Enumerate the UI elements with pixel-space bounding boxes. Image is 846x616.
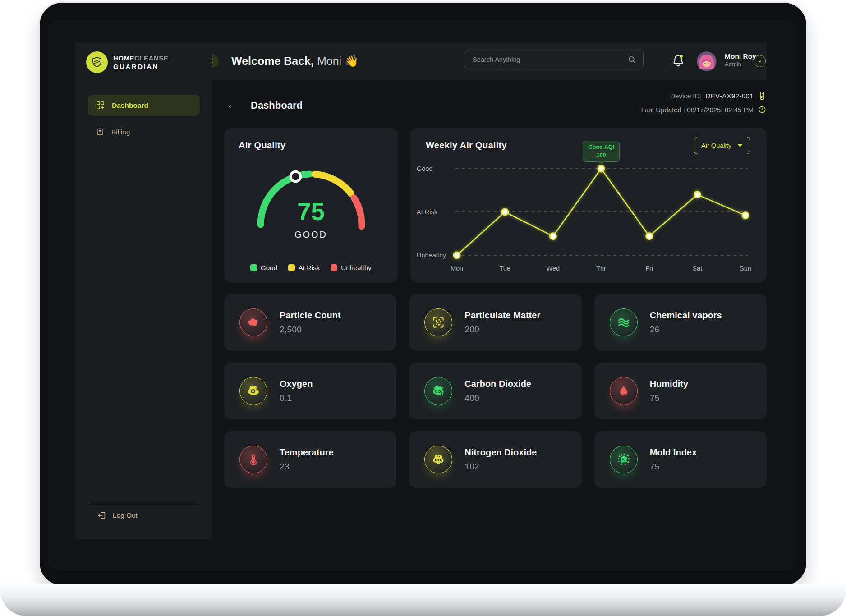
sidebar-item-dashboard[interactable]: Dashboard bbox=[88, 95, 200, 116]
particles-scan-icon bbox=[424, 308, 452, 336]
user-role: Admin bbox=[725, 61, 756, 69]
user-info: Moni Roy Admin bbox=[725, 52, 756, 69]
dropdown-caret-icon bbox=[737, 144, 743, 147]
thermometer-icon bbox=[239, 446, 267, 473]
metric-value: 102 bbox=[464, 462, 537, 472]
user-name: Moni Roy bbox=[725, 52, 756, 61]
laptop-base bbox=[0, 584, 846, 616]
billing-icon bbox=[96, 127, 105, 137]
logout-icon bbox=[97, 510, 107, 520]
air-quality-dropdown[interactable]: Air Quality bbox=[694, 137, 750, 154]
svg-text:Thr: Thr bbox=[596, 265, 606, 272]
sidebar-item-label: Billing bbox=[111, 128, 130, 136]
logout-button[interactable]: Log Out bbox=[97, 510, 138, 520]
search-box bbox=[464, 50, 644, 69]
sidebar-divider bbox=[88, 503, 200, 503]
metric-title: Particulate Matter bbox=[464, 310, 540, 321]
svg-text:NO: NO bbox=[435, 457, 441, 462]
svg-text:O: O bbox=[251, 388, 255, 395]
metric-card-chemical-vapors: Chemical vapors26 bbox=[594, 294, 767, 351]
brand-logo-icon bbox=[86, 51, 108, 73]
welcome-heading: Welcome Back, Moni 👋 bbox=[231, 55, 359, 68]
brand: HOMECLEANSE GUARDIAN bbox=[86, 51, 168, 73]
weekly-air-quality-card: GoodAt RiskUnhealthyMonTueWedThrFriSatSu… bbox=[410, 128, 767, 283]
metric-card-temperature: Temperature23 bbox=[224, 431, 396, 488]
air-quality-gauge-card: Air Quality 75 GOOD GoodAt RiskUnhealthy bbox=[224, 128, 398, 283]
metric-card-carbon-dioxide: CO2Carbon Dioxide400 bbox=[409, 363, 581, 419]
svg-text:Sat: Sat bbox=[692, 265, 702, 272]
metric-value: 2,500 bbox=[280, 325, 341, 335]
svg-text:Sun: Sun bbox=[740, 265, 751, 272]
bell-icon bbox=[671, 54, 685, 68]
metric-card-oxygen: O3Oxygen0.1 bbox=[224, 363, 396, 419]
device-id-value: DEV-AX92-001 bbox=[705, 92, 754, 100]
metric-card-particulate-matter: Particulate Matter200 bbox=[409, 294, 581, 351]
metric-value: 26 bbox=[650, 325, 722, 335]
metric-title: Temperature bbox=[280, 447, 334, 458]
app-window: Welcome Back, Moni 👋 bbox=[47, 20, 796, 571]
metric-title: Humidity bbox=[650, 379, 689, 389]
no2-cloud-icon: NO2 bbox=[424, 446, 452, 473]
dashboard-icon bbox=[96, 101, 105, 110]
metric-card-nitrogen-dioxide: NO2Nitrogen Dioxide102 bbox=[409, 431, 581, 488]
svg-text:2: 2 bbox=[441, 391, 443, 394]
chart-card-title: Weekly Air Quality bbox=[426, 140, 507, 151]
device-info: Device ID: DEV-AX92-001 Last Updated : 0… bbox=[641, 90, 767, 118]
chevron-down-icon bbox=[757, 59, 763, 64]
metric-title: Oxygen bbox=[280, 379, 313, 389]
notification-bell-button[interactable] bbox=[671, 54, 685, 68]
chart-tooltip: Good AQI 100 bbox=[583, 141, 620, 162]
sidebar-item-label: Dashboard bbox=[112, 101, 148, 110]
metric-value: 75 bbox=[650, 462, 697, 472]
device-id-label: Device ID: bbox=[670, 92, 701, 100]
avatar[interactable] bbox=[697, 51, 717, 71]
svg-text:CO: CO bbox=[435, 389, 441, 394]
back-button[interactable]: ← bbox=[225, 97, 240, 112]
svg-text:Mon: Mon bbox=[451, 265, 463, 272]
metric-value: 0.1 bbox=[280, 393, 313, 403]
search-input[interactable] bbox=[472, 55, 623, 64]
metric-value: 23 bbox=[280, 462, 334, 472]
svg-text:3: 3 bbox=[256, 387, 258, 391]
mold-icon bbox=[610, 446, 638, 473]
gauge-status: GOOD bbox=[224, 230, 398, 240]
search-icon[interactable] bbox=[627, 55, 637, 64]
metric-title: Chemical vapors bbox=[650, 310, 722, 321]
metric-value: 200 bbox=[464, 325, 540, 335]
metric-title: Particle Count bbox=[280, 310, 341, 321]
legend-swatch bbox=[250, 264, 257, 271]
clock-icon bbox=[758, 105, 767, 114]
metric-value: 75 bbox=[650, 393, 689, 403]
device-icon bbox=[758, 91, 767, 101]
dropdown-label: Air Quality bbox=[701, 142, 731, 149]
gauge-card-title: Air Quality bbox=[239, 140, 285, 151]
legend-item-unhealthy: Unhealthy bbox=[331, 264, 372, 271]
metric-card-humidity: Humidity75 bbox=[594, 363, 767, 419]
wave-emoji: 👋 bbox=[345, 55, 359, 67]
droplet-icon bbox=[610, 377, 638, 405]
ozone-icon: O3 bbox=[239, 377, 267, 405]
sidebar-nav: DashboardBilling bbox=[88, 95, 200, 148]
brand-name: HOMECLEANSE GUARDIAN bbox=[113, 54, 168, 71]
sidebar-item-billing[interactable]: Billing bbox=[88, 121, 200, 143]
legend-swatch bbox=[288, 264, 295, 271]
metric-card-mold-index: Mold Index75 bbox=[594, 431, 767, 488]
legend-item-at-risk: At Risk bbox=[288, 264, 320, 271]
svg-text:Fri: Fri bbox=[645, 265, 653, 272]
metric-card-particle-count: Particle Count2,500 bbox=[224, 294, 396, 351]
svg-text:At Risk: At Risk bbox=[417, 208, 438, 216]
cloud-icon bbox=[239, 308, 267, 336]
gauge-value: 75 bbox=[224, 197, 398, 226]
page-title: Dashboard bbox=[251, 100, 303, 111]
svg-text:2: 2 bbox=[441, 460, 443, 463]
metric-title: Mold Index bbox=[650, 447, 697, 458]
metric-title: Carbon Dioxide bbox=[464, 379, 531, 389]
user-menu-button[interactable] bbox=[754, 55, 766, 67]
legend-swatch bbox=[331, 264, 337, 271]
svg-text:Unhealthy: Unhealthy bbox=[417, 252, 446, 259]
metrics-grid: Particle Count2,500Particulate Matter200… bbox=[224, 294, 767, 488]
svg-text:Wed: Wed bbox=[547, 265, 560, 272]
svg-text:Tue: Tue bbox=[499, 265, 510, 272]
sidebar: HOMECLEANSE GUARDIAN DashboardBilling Lo… bbox=[75, 42, 212, 539]
legend-item-good: Good bbox=[250, 264, 277, 271]
